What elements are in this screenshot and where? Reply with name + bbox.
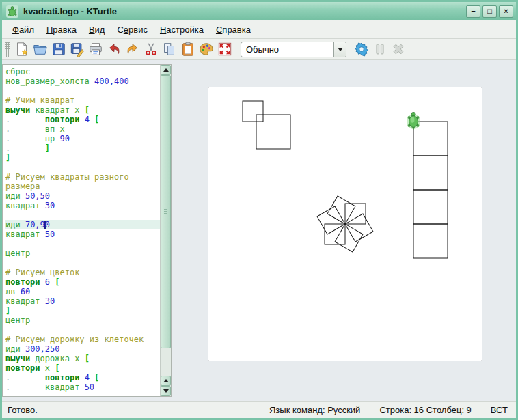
menu-item-tools[interactable]: Сервис — [111, 23, 154, 37]
code-line: квадрат 50 — [5, 229, 160, 239]
maximize-icon: □ — [487, 8, 492, 15]
code-line: выучи дорожка x [ — [5, 354, 160, 363]
code-line: иди 300,250 — [5, 344, 160, 354]
editor-scrollbar[interactable] — [160, 65, 171, 396]
main-content: сброснов_размер_холста 400,400# Учим ква… — [2, 60, 516, 401]
paste-icon — [180, 42, 195, 57]
menu-item-view[interactable]: Вид — [83, 23, 111, 37]
code-line — [5, 258, 160, 268]
code-line — [5, 210, 160, 220]
menu-item-settings[interactable]: Настройка — [154, 23, 210, 37]
abort-button[interactable] — [389, 40, 407, 59]
code-line: повтори x [ — [5, 363, 160, 373]
cut-button[interactable] — [141, 40, 160, 59]
maximize-button[interactable]: □ — [482, 5, 497, 18]
code-line: нов_размер_холста 400,400 — [5, 76, 160, 86]
scroll-down-button[interactable] — [161, 386, 171, 396]
code-line: иди 70,90 — [5, 220, 160, 229]
save-icon — [51, 42, 66, 57]
status-insert-mode: ВСТ — [481, 405, 516, 415]
copy-button[interactable] — [160, 40, 178, 59]
minimize-button[interactable]: – — [466, 5, 480, 18]
code-line: выучи квадрат x [ — [5, 105, 160, 115]
status-cursor-position: Строка: 16 Столбец: 9 — [370, 405, 480, 415]
scroll-up-button-2[interactable] — [161, 376, 171, 386]
turtle-sprite — [407, 112, 420, 130]
colors-icon — [199, 42, 214, 57]
editor-panel: сброснов_размер_холста 400,400# Учим ква… — [2, 64, 172, 397]
save-as-button[interactable] — [68, 40, 86, 59]
code-line — [5, 163, 160, 172]
kturtle-app-icon — [6, 5, 18, 18]
code-line: . вп x — [5, 124, 160, 134]
redo-button[interactable] — [123, 40, 141, 59]
menu-item-help[interactable]: Справка — [210, 23, 257, 37]
print-icon — [88, 42, 103, 57]
code-line: # Рисуем дорожку из клеточек — [5, 335, 160, 344]
titlebar: kvadrati.logo - KTurtle – □ × — [2, 2, 516, 20]
copy-icon — [162, 42, 177, 57]
pause-icon — [372, 42, 387, 57]
fullscreen-button[interactable] — [215, 40, 234, 59]
colors-button[interactable] — [197, 40, 215, 59]
code-line: квадрат 30 — [5, 296, 160, 306]
cut-icon — [144, 42, 159, 57]
statusbar: Готово. Язык команд: Русский Строка: 16 … — [2, 401, 516, 418]
speed-select[interactable]: Обычно — [241, 42, 346, 57]
fullscreen-icon — [217, 42, 232, 57]
code-line: иди 50,50 — [5, 191, 160, 201]
status-language: Язык команд: Русский — [260, 405, 370, 415]
undo-button[interactable] — [105, 40, 123, 59]
code-line: . пр 90 — [5, 134, 160, 143]
pause-button[interactable] — [370, 40, 389, 59]
menu-item-file[interactable]: Файл — [6, 23, 40, 37]
save-button[interactable] — [49, 40, 68, 59]
canvas-drawing — [208, 87, 482, 361]
paste-button[interactable] — [178, 40, 197, 59]
kturtle-window: kvadrati.logo - KTurtle – □ × ФайлПравка… — [0, 0, 518, 420]
undo-icon — [107, 42, 122, 57]
print-button[interactable] — [86, 40, 105, 59]
status-message: Готово. — [2, 405, 260, 415]
triangle-down-icon — [163, 389, 169, 393]
save-as-icon — [70, 42, 85, 57]
minimize-icon: – — [471, 8, 475, 15]
code-line — [5, 239, 160, 249]
speed-dropdown-button[interactable] — [333, 42, 346, 57]
code-line: повтори 6 [ — [5, 277, 160, 287]
code-line — [5, 325, 160, 335]
run-button[interactable] — [352, 40, 370, 59]
new-file-button[interactable] — [12, 40, 31, 59]
speed-selected-value: Обычно — [241, 44, 333, 55]
code-line: центр — [5, 249, 160, 258]
triangle-up-icon — [163, 68, 169, 72]
code-line: лв 60 — [5, 287, 160, 296]
new-file-icon — [14, 42, 29, 57]
run-gear-icon — [354, 42, 369, 57]
open-file-button[interactable] — [31, 40, 49, 59]
scrollbar-thumb[interactable] — [161, 75, 171, 348]
scroll-up-button[interactable] — [161, 65, 171, 75]
toolbar-drag-handle[interactable] — [5, 42, 10, 57]
menubar: ФайлПравкаВидСервисНастройкаСправка — [2, 20, 516, 39]
close-button[interactable]: × — [499, 5, 513, 18]
toolbar: Обычно — [2, 39, 516, 60]
canvas-area — [172, 60, 516, 401]
code-editor[interactable]: сброснов_размер_холста 400,400# Учим ква… — [3, 65, 160, 396]
code-line — [5, 86, 160, 96]
code-line: квадрат 30 — [5, 201, 160, 210]
open-file-icon — [33, 42, 48, 57]
redo-icon — [125, 42, 140, 57]
code-line: ] — [5, 153, 160, 163]
code-line: . квадрат 50 — [5, 382, 160, 392]
code-line: центр — [5, 316, 160, 325]
menu-item-edit[interactable]: Правка — [40, 23, 83, 37]
code-line: # Рисуем квадраты разного — [5, 172, 160, 182]
scrollbar-track[interactable] — [161, 75, 171, 376]
code-line: ] — [5, 306, 160, 316]
close-icon: × — [504, 8, 508, 15]
code-line: . повтори 4 [ — [5, 373, 160, 382]
code-line: . повтори 4 [ — [5, 115, 160, 124]
code-line: сброс — [5, 67, 160, 76]
code-line: # Учим квадрат — [5, 96, 160, 105]
